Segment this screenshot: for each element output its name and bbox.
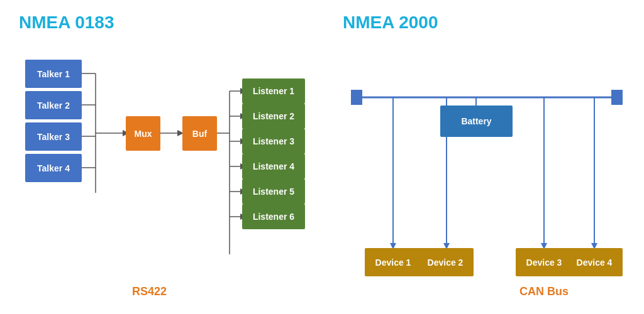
talker-2-box: Talker 2 [25,91,82,119]
listener-1-box: Listener 1 [242,78,305,104]
listener-6-label: Listener 6 [253,212,294,222]
talker-3-box: Talker 3 [25,122,82,151]
talker-4-box: Talker 4 [25,154,82,182]
listener-3-label: Listener 3 [253,136,294,146]
buf-label: Buf [192,129,207,139]
listener-4-box: Listener 4 [242,154,305,179]
talker-2-label: Talker 2 [37,100,70,111]
listener-3-box: Listener 3 [242,129,305,154]
battery-label: Battery [461,116,491,126]
talker-1-box: Talker 1 [25,60,82,88]
listener-5-box: Listener 5 [242,179,305,204]
listener-6-box: Listener 6 [242,204,305,229]
listener-4-label: Listener 4 [253,161,294,171]
rs422-label: RS422 [132,285,167,298]
right-section: NMEA 2000 [343,13,438,39]
device-4-label: Device 4 [577,257,613,268]
listener-2-label: Listener 2 [253,111,294,121]
listener-2-box: Listener 2 [242,104,305,129]
nmea2000-title: NMEA 2000 [343,13,438,33]
device-3-label: Device 3 [526,257,562,268]
page: NMEA 0183 Talker 1 Talker 2 Talker 3 Tal… [0,0,644,314]
mux-box: Mux [126,116,160,151]
canbus-label: CAN Bus [519,285,569,298]
mux-label: Mux [135,129,152,139]
left-section: NMEA 0183 [19,13,114,39]
talker-1-label: Talker 1 [37,69,70,79]
device-2-box: Device 2 [417,248,474,276]
device-1-label: Device 1 [375,257,411,268]
nmea0183-title: NMEA 0183 [19,13,114,33]
listener-5-label: Listener 5 [253,187,294,197]
device-1-box: Device 1 [365,248,421,276]
battery-box: Battery [440,106,513,137]
svg-rect-24 [351,90,362,105]
listener-1-label: Listener 1 [253,86,294,96]
svg-rect-25 [611,90,623,105]
device-4-box: Device 4 [566,248,623,276]
device-3-box: Device 3 [516,248,572,276]
buf-box: Buf [182,116,217,151]
talker-3-label: Talker 3 [37,132,70,142]
device-2-label: Device 2 [428,257,464,268]
talker-4-label: Talker 4 [37,163,70,173]
